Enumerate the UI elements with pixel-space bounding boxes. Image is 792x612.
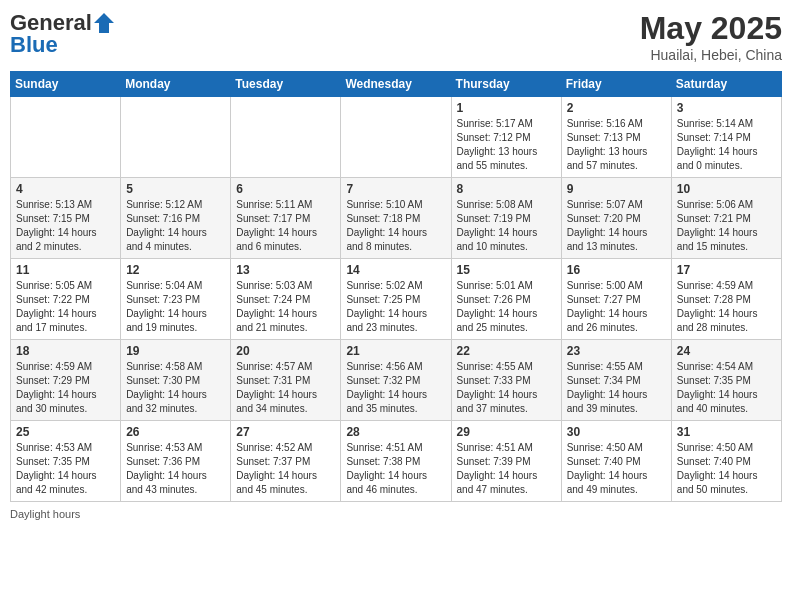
day-info: Sunrise: 5:03 AM Sunset: 7:24 PM Dayligh… — [236, 279, 335, 335]
calendar-cell: 27Sunrise: 4:52 AM Sunset: 7:37 PM Dayli… — [231, 421, 341, 502]
calendar-header-row: Sunday Monday Tuesday Wednesday Thursday… — [11, 72, 782, 97]
calendar-cell — [341, 97, 451, 178]
day-info: Sunrise: 5:14 AM Sunset: 7:14 PM Dayligh… — [677, 117, 776, 173]
day-info: Sunrise: 4:51 AM Sunset: 7:39 PM Dayligh… — [457, 441, 556, 497]
calendar-cell: 8Sunrise: 5:08 AM Sunset: 7:19 PM Daylig… — [451, 178, 561, 259]
logo-blue: Blue — [10, 32, 58, 57]
day-info: Sunrise: 4:59 AM Sunset: 7:29 PM Dayligh… — [16, 360, 115, 416]
calendar-table: Sunday Monday Tuesday Wednesday Thursday… — [10, 71, 782, 502]
day-number: 22 — [457, 344, 556, 358]
day-number: 8 — [457, 182, 556, 196]
day-info: Sunrise: 4:54 AM Sunset: 7:35 PM Dayligh… — [677, 360, 776, 416]
calendar-cell: 1Sunrise: 5:17 AM Sunset: 7:12 PM Daylig… — [451, 97, 561, 178]
day-info: Sunrise: 4:52 AM Sunset: 7:37 PM Dayligh… — [236, 441, 335, 497]
day-number: 21 — [346, 344, 445, 358]
day-info: Sunrise: 5:16 AM Sunset: 7:13 PM Dayligh… — [567, 117, 666, 173]
calendar-cell: 14Sunrise: 5:02 AM Sunset: 7:25 PM Dayli… — [341, 259, 451, 340]
calendar-cell: 9Sunrise: 5:07 AM Sunset: 7:20 PM Daylig… — [561, 178, 671, 259]
day-number: 9 — [567, 182, 666, 196]
day-number: 3 — [677, 101, 776, 115]
calendar-cell: 10Sunrise: 5:06 AM Sunset: 7:21 PM Dayli… — [671, 178, 781, 259]
day-number: 16 — [567, 263, 666, 277]
calendar-cell: 11Sunrise: 5:05 AM Sunset: 7:22 PM Dayli… — [11, 259, 121, 340]
day-info: Sunrise: 4:56 AM Sunset: 7:32 PM Dayligh… — [346, 360, 445, 416]
col-monday: Monday — [121, 72, 231, 97]
title-location: Huailai, Hebei, China — [640, 47, 782, 63]
day-number: 18 — [16, 344, 115, 358]
day-number: 31 — [677, 425, 776, 439]
day-info: Sunrise: 4:50 AM Sunset: 7:40 PM Dayligh… — [677, 441, 776, 497]
day-number: 6 — [236, 182, 335, 196]
calendar-week-row: 25Sunrise: 4:53 AM Sunset: 7:35 PM Dayli… — [11, 421, 782, 502]
calendar-cell: 22Sunrise: 4:55 AM Sunset: 7:33 PM Dayli… — [451, 340, 561, 421]
day-number: 12 — [126, 263, 225, 277]
calendar-cell: 24Sunrise: 4:54 AM Sunset: 7:35 PM Dayli… — [671, 340, 781, 421]
day-info: Sunrise: 4:59 AM Sunset: 7:28 PM Dayligh… — [677, 279, 776, 335]
day-number: 11 — [16, 263, 115, 277]
day-number: 19 — [126, 344, 225, 358]
day-number: 29 — [457, 425, 556, 439]
day-number: 26 — [126, 425, 225, 439]
calendar-cell: 2Sunrise: 5:16 AM Sunset: 7:13 PM Daylig… — [561, 97, 671, 178]
calendar-cell: 15Sunrise: 5:01 AM Sunset: 7:26 PM Dayli… — [451, 259, 561, 340]
calendar-cell: 6Sunrise: 5:11 AM Sunset: 7:17 PM Daylig… — [231, 178, 341, 259]
day-info: Sunrise: 5:07 AM Sunset: 7:20 PM Dayligh… — [567, 198, 666, 254]
day-number: 10 — [677, 182, 776, 196]
calendar-week-row: 1Sunrise: 5:17 AM Sunset: 7:12 PM Daylig… — [11, 97, 782, 178]
day-info: Sunrise: 5:05 AM Sunset: 7:22 PM Dayligh… — [16, 279, 115, 335]
calendar-cell — [11, 97, 121, 178]
day-info: Sunrise: 5:13 AM Sunset: 7:15 PM Dayligh… — [16, 198, 115, 254]
day-info: Sunrise: 4:53 AM Sunset: 7:36 PM Dayligh… — [126, 441, 225, 497]
day-info: Sunrise: 4:55 AM Sunset: 7:34 PM Dayligh… — [567, 360, 666, 416]
calendar-cell: 25Sunrise: 4:53 AM Sunset: 7:35 PM Dayli… — [11, 421, 121, 502]
calendar-cell: 19Sunrise: 4:58 AM Sunset: 7:30 PM Dayli… — [121, 340, 231, 421]
title-block: May 2025 Huailai, Hebei, China — [640, 10, 782, 63]
logo: General Blue — [10, 10, 114, 58]
day-number: 27 — [236, 425, 335, 439]
col-wednesday: Wednesday — [341, 72, 451, 97]
col-tuesday: Tuesday — [231, 72, 341, 97]
day-info: Sunrise: 4:51 AM Sunset: 7:38 PM Dayligh… — [346, 441, 445, 497]
day-number: 28 — [346, 425, 445, 439]
logo-icon — [94, 13, 114, 33]
day-info: Sunrise: 5:08 AM Sunset: 7:19 PM Dayligh… — [457, 198, 556, 254]
day-number: 1 — [457, 101, 556, 115]
calendar-cell: 30Sunrise: 4:50 AM Sunset: 7:40 PM Dayli… — [561, 421, 671, 502]
day-number: 15 — [457, 263, 556, 277]
daylight-label: Daylight hours — [10, 508, 80, 520]
calendar-cell: 13Sunrise: 5:03 AM Sunset: 7:24 PM Dayli… — [231, 259, 341, 340]
day-info: Sunrise: 4:58 AM Sunset: 7:30 PM Dayligh… — [126, 360, 225, 416]
day-info: Sunrise: 5:01 AM Sunset: 7:26 PM Dayligh… — [457, 279, 556, 335]
day-number: 20 — [236, 344, 335, 358]
calendar-cell: 3Sunrise: 5:14 AM Sunset: 7:14 PM Daylig… — [671, 97, 781, 178]
title-month: May 2025 — [640, 10, 782, 47]
col-friday: Friday — [561, 72, 671, 97]
calendar-cell: 4Sunrise: 5:13 AM Sunset: 7:15 PM Daylig… — [11, 178, 121, 259]
calendar-cell: 17Sunrise: 4:59 AM Sunset: 7:28 PM Dayli… — [671, 259, 781, 340]
day-info: Sunrise: 5:02 AM Sunset: 7:25 PM Dayligh… — [346, 279, 445, 335]
calendar-cell: 26Sunrise: 4:53 AM Sunset: 7:36 PM Dayli… — [121, 421, 231, 502]
day-info: Sunrise: 5:10 AM Sunset: 7:18 PM Dayligh… — [346, 198, 445, 254]
day-number: 14 — [346, 263, 445, 277]
calendar-cell: 12Sunrise: 5:04 AM Sunset: 7:23 PM Dayli… — [121, 259, 231, 340]
calendar-cell: 20Sunrise: 4:57 AM Sunset: 7:31 PM Dayli… — [231, 340, 341, 421]
day-info: Sunrise: 5:06 AM Sunset: 7:21 PM Dayligh… — [677, 198, 776, 254]
day-number: 4 — [16, 182, 115, 196]
col-saturday: Saturday — [671, 72, 781, 97]
svg-marker-0 — [94, 13, 114, 33]
day-number: 24 — [677, 344, 776, 358]
day-number: 5 — [126, 182, 225, 196]
calendar-cell: 31Sunrise: 4:50 AM Sunset: 7:40 PM Dayli… — [671, 421, 781, 502]
calendar-cell: 28Sunrise: 4:51 AM Sunset: 7:38 PM Dayli… — [341, 421, 451, 502]
day-info: Sunrise: 4:53 AM Sunset: 7:35 PM Dayligh… — [16, 441, 115, 497]
day-number: 7 — [346, 182, 445, 196]
day-number: 13 — [236, 263, 335, 277]
day-info: Sunrise: 5:12 AM Sunset: 7:16 PM Dayligh… — [126, 198, 225, 254]
calendar-cell: 23Sunrise: 4:55 AM Sunset: 7:34 PM Dayli… — [561, 340, 671, 421]
day-info: Sunrise: 4:57 AM Sunset: 7:31 PM Dayligh… — [236, 360, 335, 416]
day-info: Sunrise: 5:17 AM Sunset: 7:12 PM Dayligh… — [457, 117, 556, 173]
day-info: Sunrise: 4:50 AM Sunset: 7:40 PM Dayligh… — [567, 441, 666, 497]
day-info: Sunrise: 4:55 AM Sunset: 7:33 PM Dayligh… — [457, 360, 556, 416]
calendar-cell: 21Sunrise: 4:56 AM Sunset: 7:32 PM Dayli… — [341, 340, 451, 421]
col-thursday: Thursday — [451, 72, 561, 97]
